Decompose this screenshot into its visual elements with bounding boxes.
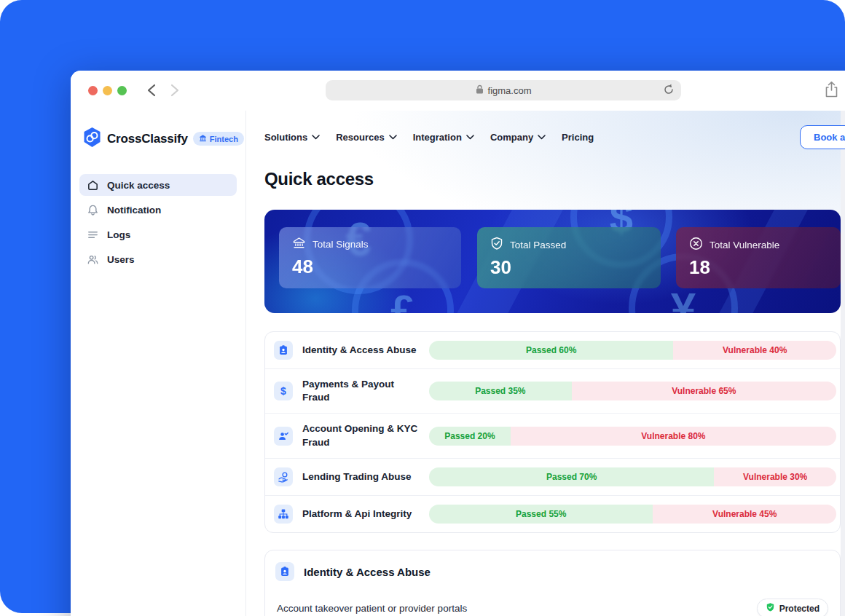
sidebar-menu: Quick access Notification Logs	[79, 174, 237, 270]
back-icon[interactable]	[141, 80, 162, 100]
id-badge-icon	[275, 562, 294, 581]
category-row-lending-trading-abuse: Lending Trading Abuse Passed 70% Vulnera…	[265, 459, 840, 496]
browser-chrome: figma.com	[71, 71, 845, 111]
detail-card-title: Identity & Access Abuse	[304, 566, 431, 578]
shield-check-icon	[490, 237, 503, 253]
passed-vulnerable-bar: Passed 35% Vulnerable 65%	[429, 382, 836, 400]
stat-card-total-vulnerable: Total Vulnerable 18	[676, 227, 841, 288]
bank-icon	[199, 134, 207, 143]
vulnerable-segment: Vulnerable 30%	[714, 467, 836, 486]
vulnerable-segment: Vulnerable 65%	[572, 382, 836, 400]
signal-row: Account takeover patient or provider por…	[265, 588, 840, 616]
sidebar-item-label: Notification	[107, 205, 161, 216]
book-a-demo-button[interactable]: Book a demo	[800, 125, 845, 149]
url-bar[interactable]: figma.com	[326, 80, 681, 100]
shield-check-icon	[766, 602, 775, 615]
category-row-identity-access-abuse: Identity & Access Abuse Passed 60% Vulne…	[265, 332, 840, 369]
signal-text: Account takeover patient or provider por…	[277, 603, 467, 614]
sidebar-item-label: Logs	[107, 229, 130, 240]
passed-vulnerable-bar: Passed 55% Vulnerable 45%	[429, 505, 836, 524]
nav-item-solutions[interactable]: Solutions	[264, 132, 320, 143]
category-name: Payments & Payout Fraud	[302, 378, 423, 404]
industry-badge-label: Fintech	[210, 135, 238, 143]
x-circle-icon	[689, 237, 703, 253]
sitemap-icon	[274, 505, 293, 524]
passed-segment: Passed 60%	[429, 341, 673, 360]
stat-label: Total Passed	[510, 240, 566, 250]
nav-item-resources[interactable]: Resources	[336, 132, 396, 143]
chevron-down-icon	[389, 135, 397, 140]
category-name: Lending Trading Abuse	[302, 470, 423, 483]
stat-value: 48	[292, 256, 448, 278]
stat-value: 18	[689, 256, 828, 279]
reload-icon[interactable]	[662, 83, 675, 98]
logs-icon	[87, 229, 99, 241]
main-content: Solutions Resources Integration Company …	[247, 111, 845, 616]
identity-access-abuse-detail-card: Identity & Access Abuse Account takeover…	[264, 550, 841, 616]
category-row-account-opening-kyc-fraud: Account Opening & KYC Fraud Passed 20% V…	[265, 414, 840, 458]
chevron-down-icon	[312, 135, 320, 140]
sidebar-item-notification[interactable]: Notification	[79, 199, 237, 221]
industry-badge: Fintech	[193, 132, 244, 146]
category-name: Identity & Access Abuse	[302, 344, 423, 357]
sidebar-item-users[interactable]: Users	[79, 248, 237, 270]
detail-card-header: Identity & Access Abuse	[265, 550, 840, 588]
zoom-window-button[interactable]	[117, 86, 127, 95]
stat-card-total-passed: Total Passed 30	[477, 227, 661, 288]
hand-coin-icon	[274, 467, 293, 486]
passed-segment: Passed 35%	[429, 382, 572, 400]
minimize-window-button[interactable]	[103, 86, 112, 95]
category-row-payments-payout-fraud: $ Payments & Payout Fraud Passed 35% Vul…	[265, 369, 840, 414]
id-badge-icon	[274, 341, 293, 360]
home-icon	[87, 179, 99, 191]
lock-icon	[476, 84, 484, 96]
sidebar-item-quick-access[interactable]: Quick access	[79, 174, 237, 196]
category-row-platform-api-integrity: Platform & Api Integrity Passed 55% Vuln…	[265, 496, 840, 532]
bank-icon	[292, 237, 306, 252]
chevron-down-icon	[538, 135, 546, 140]
sidebar-item-label: Users	[107, 254, 135, 265]
sidebar: CrossClassify Fintech Quick access	[71, 111, 246, 616]
vulnerable-segment: Vulnerable 40%	[673, 341, 836, 360]
nav-item-company[interactable]: Company	[490, 132, 546, 143]
passed-vulnerable-bar: Passed 60% Vulnerable 40%	[429, 341, 836, 360]
passed-vulnerable-bar: Passed 20% Vulnerable 80%	[429, 427, 836, 446]
crossclassify-logo-icon	[82, 127, 102, 151]
url-text: figma.com	[488, 85, 532, 96]
status-badge: Protected	[757, 599, 828, 616]
dollar-icon: $	[274, 382, 293, 400]
stat-value: 30	[490, 256, 648, 279]
share-icon[interactable]	[824, 81, 839, 101]
category-name: Platform & Api Integrity	[302, 508, 423, 521]
chevron-down-icon	[466, 135, 474, 140]
passed-segment: Passed 20%	[429, 427, 511, 446]
status-badge-label: Protected	[779, 604, 820, 614]
page-title: Quick access	[264, 169, 374, 189]
stats-banner: € £ ¥ $ Total Signals 48	[264, 210, 841, 313]
stat-label: Total Vulnerable	[710, 240, 779, 250]
brand-name: CrossClassify	[107, 132, 188, 146]
nav-item-pricing[interactable]: Pricing	[562, 132, 594, 143]
stat-card-total-signals: Total Signals 48	[279, 227, 461, 288]
sidebar-item-logs[interactable]: Logs	[79, 224, 237, 245]
browser-window: figma.com CrossClassify Fin	[71, 71, 845, 616]
passed-segment: Passed 55%	[429, 505, 653, 524]
bell-icon	[87, 204, 99, 216]
screenshot-stage: figma.com CrossClassify Fin	[0, 0, 845, 616]
category-name: Account Opening & KYC Fraud	[302, 422, 423, 449]
vertical-scrollbar[interactable]	[841, 111, 845, 616]
user-check-icon	[274, 427, 293, 446]
forward-icon[interactable]	[165, 80, 185, 100]
close-window-button[interactable]	[88, 86, 98, 95]
brand-logo[interactable]: CrossClassify Fintech	[71, 111, 245, 151]
users-icon	[87, 253, 99, 266]
categories-table: Identity & Access Abuse Passed 60% Vulne…	[264, 331, 841, 533]
site-nav: Solutions Resources Integration Company …	[264, 125, 594, 149]
vulnerable-segment: Vulnerable 45%	[653, 505, 836, 524]
vulnerable-segment: Vulnerable 80%	[511, 427, 836, 446]
sidebar-item-label: Quick access	[107, 180, 170, 191]
passed-segment: Passed 70%	[429, 467, 714, 486]
stat-label: Total Signals	[313, 239, 369, 250]
passed-vulnerable-bar: Passed 70% Vulnerable 30%	[429, 467, 836, 486]
nav-item-integration[interactable]: Integration	[413, 132, 474, 143]
